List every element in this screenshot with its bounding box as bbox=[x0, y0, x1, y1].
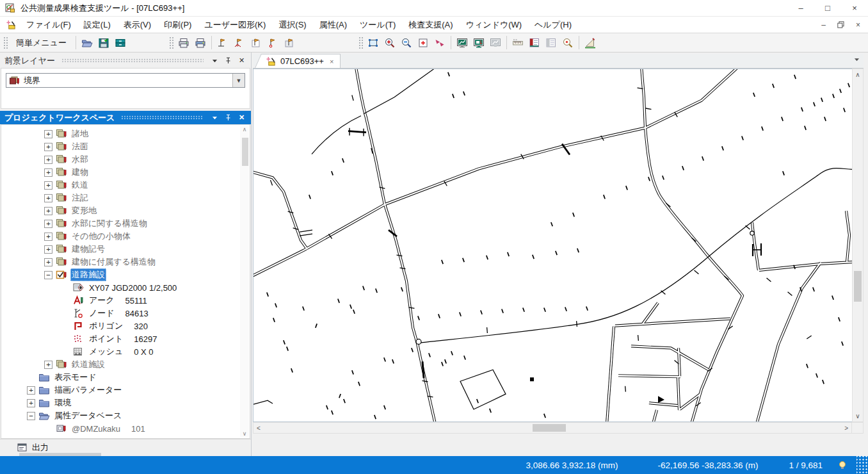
vertical-scrollbar[interactable]: ∧ ∨ bbox=[852, 69, 864, 422]
menu-印刷P[interactable]: 印刷(P) bbox=[157, 17, 198, 33]
tree-item-鉄道施設[interactable]: +鉄道施設 bbox=[1, 358, 250, 371]
expand-icon[interactable]: + bbox=[44, 258, 52, 266]
legend-panel-off-button[interactable] bbox=[543, 35, 559, 51]
toolbar-grip[interactable] bbox=[169, 37, 173, 49]
collapse-icon[interactable]: − bbox=[27, 412, 35, 420]
print-setup-button[interactable] bbox=[192, 35, 209, 51]
chevron-down-icon[interactable] bbox=[210, 56, 220, 65]
collapse-icon[interactable]: − bbox=[44, 271, 52, 279]
scroll-down-icon[interactable]: ∨ bbox=[855, 413, 860, 420]
menu-ウィンドウW[interactable]: ウィンドウ(W) bbox=[460, 17, 528, 33]
tree-item-その他の小物体[interactable]: +その他の小物体 bbox=[1, 230, 250, 243]
expand-icon[interactable]: + bbox=[44, 156, 52, 164]
check-tool-button[interactable] bbox=[582, 35, 599, 51]
expand-icon[interactable]: + bbox=[44, 194, 52, 202]
expand-icon[interactable]: + bbox=[44, 168, 52, 177]
menu-ヘルプH[interactable]: ヘルプ(H) bbox=[528, 17, 578, 33]
menu-検査支援A[interactable]: 検査支援(A) bbox=[402, 17, 459, 33]
expand-icon[interactable]: + bbox=[44, 207, 52, 215]
tree-item-描画パラメーター[interactable]: +描画パラメーター bbox=[1, 384, 250, 396]
resize-grip[interactable] bbox=[856, 456, 868, 474]
expand-icon[interactable]: + bbox=[44, 361, 52, 369]
tree-item-ノード[interactable]: ノード84613 bbox=[1, 307, 250, 320]
tree-item-注記[interactable]: +注記 bbox=[1, 192, 250, 204]
flag-arc-button[interactable] bbox=[231, 35, 248, 51]
tree-item-道路施設[interactable]: −道路施設 bbox=[1, 268, 250, 281]
minimize-button[interactable]: – bbox=[787, 0, 814, 16]
combobox-dropdown-button[interactable]: ▼ bbox=[232, 74, 245, 87]
tree-item-@DMZukaku[interactable]: @DMZukaku101 bbox=[1, 422, 250, 435]
vertical-scrollbar-thumb[interactable] bbox=[854, 271, 862, 302]
mdi-restore-button[interactable] bbox=[837, 21, 844, 28]
tree-item-属性データベース[interactable]: −属性データベース bbox=[1, 409, 250, 422]
mdi-minimize-button[interactable]: – bbox=[821, 21, 826, 29]
tree-item-建物に付属する構造物[interactable]: +建物に付属する構造物 bbox=[1, 256, 250, 268]
measure-button[interactable] bbox=[510, 35, 526, 51]
selected-view-button[interactable] bbox=[470, 35, 487, 51]
expand-icon[interactable]: + bbox=[44, 245, 52, 254]
tree-item-ポリゴン[interactable]: ポリゴン320 bbox=[1, 320, 250, 332]
print-button[interactable] bbox=[175, 35, 192, 51]
simple-menu-button[interactable]: 簡単メニュー bbox=[10, 35, 73, 51]
expand-icon[interactable]: + bbox=[27, 386, 35, 395]
close-button[interactable]: × bbox=[841, 0, 868, 16]
tree-item-環境[interactable]: +環境 bbox=[1, 396, 250, 409]
menu-属性A[interactable]: 属性(A) bbox=[313, 17, 353, 33]
output-tab[interactable]: 出力 bbox=[0, 439, 251, 456]
tree-item-水部に関する構造物[interactable]: +水部に関する構造物 bbox=[1, 217, 250, 230]
toolbar-grip[interactable] bbox=[358, 37, 363, 49]
expand-icon[interactable]: + bbox=[44, 233, 52, 241]
pin-icon[interactable] bbox=[223, 56, 233, 65]
flag-line-button[interactable] bbox=[214, 35, 231, 51]
tree-scrollbar[interactable]: ∧ ∨ bbox=[240, 126, 249, 437]
fit-view-button[interactable] bbox=[454, 35, 470, 51]
file-cabinet-button[interactable] bbox=[112, 35, 129, 51]
chevron-down-icon[interactable] bbox=[210, 113, 220, 122]
zoom-in-button[interactable] bbox=[382, 35, 398, 51]
scroll-up-icon[interactable]: ∧ bbox=[855, 71, 860, 78]
tree-scrollbar-thumb[interactable] bbox=[242, 138, 248, 166]
legend-panel-button[interactable] bbox=[526, 35, 543, 51]
tree-item-建物記号[interactable]: +建物記号 bbox=[1, 243, 250, 256]
expand-icon[interactable]: + bbox=[44, 220, 52, 228]
zoom-center-button[interactable] bbox=[415, 35, 431, 51]
menu-ユーザー図形K[interactable]: ユーザー図形(K) bbox=[198, 17, 272, 33]
close-icon[interactable]: ✕ bbox=[237, 113, 246, 122]
maximize-button[interactable]: □ bbox=[814, 0, 841, 16]
scroll-right-icon[interactable]: > bbox=[844, 425, 848, 432]
tree-item-表示モード[interactable]: 表示モード bbox=[1, 371, 250, 384]
zoom-window-button[interactable] bbox=[365, 35, 382, 51]
tree-item-アーク[interactable]: アーク55111 bbox=[1, 294, 250, 307]
map-canvas[interactable] bbox=[253, 69, 852, 422]
tree-item-建物[interactable]: +建物 bbox=[1, 166, 250, 179]
flag-page-button[interactable] bbox=[281, 35, 298, 51]
document-tab[interactable]: 07LC693++ × bbox=[262, 54, 341, 68]
expand-icon[interactable]: + bbox=[44, 143, 52, 151]
save-button[interactable] bbox=[95, 35, 112, 51]
zoom-point-button[interactable] bbox=[559, 35, 576, 51]
scroll-up-icon[interactable]: ∧ bbox=[243, 126, 247, 133]
mdi-close-button[interactable]: × bbox=[856, 21, 860, 29]
pin-icon[interactable] bbox=[223, 113, 233, 122]
menu-ファイルF[interactable]: ファイル(F) bbox=[20, 17, 77, 33]
foreground-layer-combobox[interactable]: 境界 ▼ bbox=[6, 73, 245, 88]
tree-item-XY07 JGD2000 1/2,500[interactable]: XY07 JGD2000 1/2,500 bbox=[1, 281, 250, 294]
open-file-button[interactable] bbox=[79, 35, 95, 51]
tree-item-水部[interactable]: +水部 bbox=[1, 153, 250, 166]
menu-選択S[interactable]: 選択(S) bbox=[272, 17, 312, 33]
horizontal-scrollbar-thumb[interactable] bbox=[533, 424, 566, 432]
tree-item-メッシュ[interactable]: メッシュ0 X 0 bbox=[1, 345, 250, 358]
close-icon[interactable]: ✕ bbox=[237, 56, 246, 65]
tab-list-chevron-icon[interactable] bbox=[854, 57, 860, 62]
pan-button[interactable] bbox=[431, 35, 448, 51]
tree-item-諸地[interactable]: +諸地 bbox=[1, 127, 250, 140]
flag-rect-button[interactable] bbox=[248, 35, 264, 51]
menu-ツールT[interactable]: ツール(T) bbox=[353, 17, 402, 33]
expand-icon[interactable]: + bbox=[27, 399, 35, 407]
expand-icon[interactable]: + bbox=[44, 130, 52, 138]
menu-設定L[interactable]: 設定(L) bbox=[77, 17, 117, 33]
expand-icon[interactable]: + bbox=[44, 181, 52, 190]
previous-view-button[interactable] bbox=[487, 35, 504, 51]
scroll-left-icon[interactable]: < bbox=[257, 425, 261, 432]
menu-表示V[interactable]: 表示(V) bbox=[117, 17, 157, 33]
